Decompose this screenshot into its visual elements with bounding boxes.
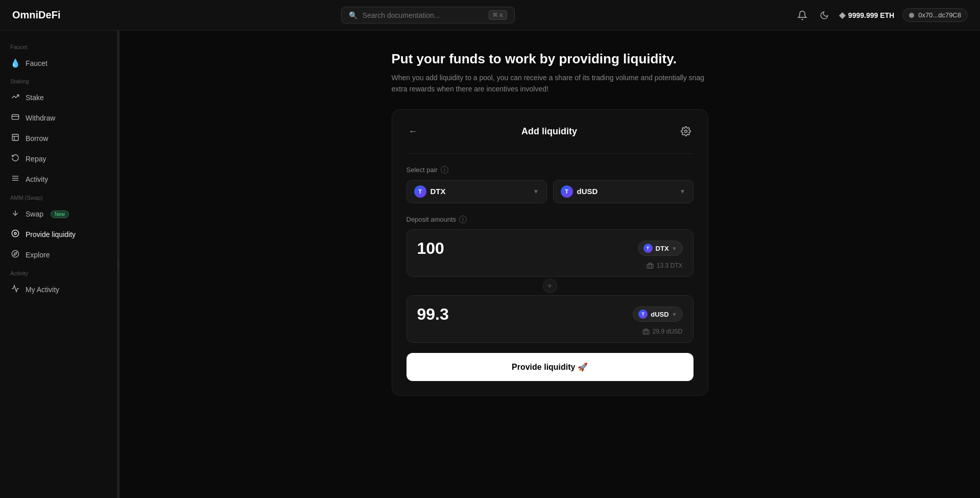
app-logo: OmniDeFi	[12, 9, 60, 21]
borrow-icon	[10, 133, 20, 144]
select-pair-label: Select pair i	[407, 166, 694, 174]
deposit-top-2: 99.3 T dUSD ▼	[417, 305, 683, 324]
token2-chevron-icon: ▼	[680, 188, 686, 195]
sidebar-item-label: Borrow	[26, 134, 48, 143]
sidebar-item-label: Activity	[26, 175, 48, 183]
sidebar-item-label: Swap	[26, 210, 43, 218]
pair-selects: T DTX ▼ T dUSD ▼	[407, 180, 694, 203]
deposit-balance-2: 29.9 dUSD	[417, 328, 683, 335]
repay-icon	[10, 154, 20, 164]
svg-rect-12	[643, 330, 649, 334]
wallet-icon-2	[642, 328, 650, 335]
layout: Faucet 💧 Faucet Staking Stake Wi	[0, 31, 980, 498]
token2-badge-name: dUSD	[651, 311, 668, 318]
token1-badge-logo: T	[643, 244, 653, 253]
page-title: Put your funds to work by providing liqu…	[392, 51, 708, 67]
sidebar-item-provide-liquidity[interactable]: Provide liquidity	[0, 224, 117, 245]
token2-name: dUSD	[577, 187, 598, 196]
token2-logo: T	[561, 185, 573, 198]
svg-point-10	[685, 130, 687, 133]
svg-point-8	[14, 232, 16, 234]
page-subtitle: When you add liquidity to a pool, you ca…	[392, 72, 708, 95]
notification-button[interactable]	[795, 8, 809, 22]
search-input[interactable]	[363, 11, 484, 19]
page-header: Put your funds to work by providing liqu…	[392, 51, 708, 95]
provide-liquidity-icon	[10, 229, 20, 240]
plus-separator: +	[407, 279, 694, 293]
wallet-icon-1	[647, 262, 654, 269]
sidebar-item-stake[interactable]: Stake	[0, 87, 117, 108]
deposit-amount-2: 99.3	[417, 305, 449, 324]
token1-badge[interactable]: T DTX ▼	[638, 241, 683, 256]
token2-badge[interactable]: T dUSD ▼	[633, 306, 682, 322]
token2-badge-chevron-icon: ▼	[672, 312, 677, 317]
explore-icon	[10, 250, 20, 260]
settings-button[interactable]	[679, 124, 693, 138]
svg-rect-2	[12, 134, 18, 140]
sidebar-section-faucet: Faucet	[0, 39, 117, 53]
token2-select[interactable]: T dUSD ▼	[553, 180, 694, 203]
token1-name: DTX	[431, 187, 446, 196]
sidebar-section-activity: Activity	[0, 265, 117, 279]
search-bar[interactable]: 🔍 ⌘ K	[341, 7, 515, 23]
token2-left: T dUSD	[561, 185, 598, 198]
deposit-section: Deposit amounts i 100 T DTX ▼	[407, 216, 694, 343]
sidebar-item-explore[interactable]: Explore	[0, 245, 117, 265]
sidebar-item-label: Repay	[26, 155, 46, 163]
search-icon: 🔍	[349, 11, 357, 19]
card-header: ← Add liquidity	[407, 124, 694, 139]
token1-select[interactable]: T DTX ▼	[407, 180, 547, 203]
withdraw-icon	[10, 113, 20, 123]
stake-icon	[10, 92, 20, 103]
svg-rect-11	[647, 264, 653, 268]
main-content: Put your funds to work by providing liqu…	[119, 31, 980, 498]
deposit-amounts-label: Deposit amounts i	[407, 216, 694, 223]
topnav-right: ◆ 9999.999 ETH 0x70...dc79C8	[795, 8, 968, 22]
faucet-icon: 💧	[10, 58, 20, 68]
back-button[interactable]: ←	[407, 124, 420, 139]
deposit-info-icon: i	[459, 216, 467, 223]
token1-left: T DTX	[414, 185, 446, 198]
sidebar-item-my-activity[interactable]: My Activity	[0, 279, 117, 300]
token1-chevron-icon: ▼	[533, 188, 539, 195]
sidebar-section-staking: Staking	[0, 73, 117, 87]
swap-icon	[10, 209, 20, 219]
plus-icon: +	[543, 279, 557, 293]
my-activity-icon	[10, 284, 20, 295]
token1-logo: T	[414, 185, 426, 198]
card-title: Add liquidity	[521, 126, 577, 137]
wallet-address[interactable]: 0x70...dc79C8	[902, 8, 968, 22]
sidebar-item-label: Explore	[26, 251, 50, 259]
sidebar-item-faucet[interactable]: 💧 Faucet	[0, 53, 117, 73]
provide-liquidity-button[interactable]: Provide liquidity 🚀	[407, 353, 694, 381]
sidebar-item-borrow[interactable]: Borrow	[0, 128, 117, 149]
theme-toggle-button[interactable]	[818, 9, 831, 22]
card-divider	[407, 153, 694, 154]
select-pair-info-icon: i	[441, 166, 448, 174]
new-badge: New	[51, 210, 69, 218]
svg-rect-0	[12, 114, 18, 119]
sidebar-item-label: My Activity	[26, 286, 59, 294]
deposit-box-1: 100 T DTX ▼ 13.3 DTX	[407, 229, 694, 277]
topnav: OmniDeFi 🔍 ⌘ K ◆ 9999.999 ETH 0x70...dc7…	[0, 0, 980, 31]
eth-balance: ◆ 9999.999 ETH	[839, 10, 894, 20]
sidebar-item-withdraw[interactable]: Withdraw	[0, 108, 117, 128]
deposit-top-1: 100 T DTX ▼	[417, 239, 683, 258]
sidebar-item-swap[interactable]: Swap New	[0, 204, 117, 224]
token1-badge-name: DTX	[656, 245, 669, 252]
sidebar-item-repay[interactable]: Repay	[0, 149, 117, 169]
deposit-balance-1: 13.3 DTX	[417, 262, 683, 269]
sidebar-item-label: Provide liquidity	[26, 230, 76, 239]
sidebar-item-label: Stake	[26, 93, 44, 102]
svg-point-9	[12, 250, 18, 257]
token1-badge-chevron-icon: ▼	[672, 246, 677, 251]
deposit-box-2: 99.3 T dUSD ▼ 29.9 dUSD	[407, 295, 694, 343]
deposit-amount-1: 100	[417, 239, 444, 258]
sidebar-item-label: Withdraw	[26, 114, 55, 122]
sidebar-item-activity-staking[interactable]: Activity	[0, 169, 117, 189]
search-kbd: ⌘ K	[489, 10, 507, 20]
activity-staking-icon	[10, 174, 20, 184]
sidebar-section-amm: AMM (Swap)	[0, 189, 117, 204]
eth-icon: ◆	[839, 10, 845, 20]
sidebar-item-label: Faucet	[26, 59, 47, 67]
